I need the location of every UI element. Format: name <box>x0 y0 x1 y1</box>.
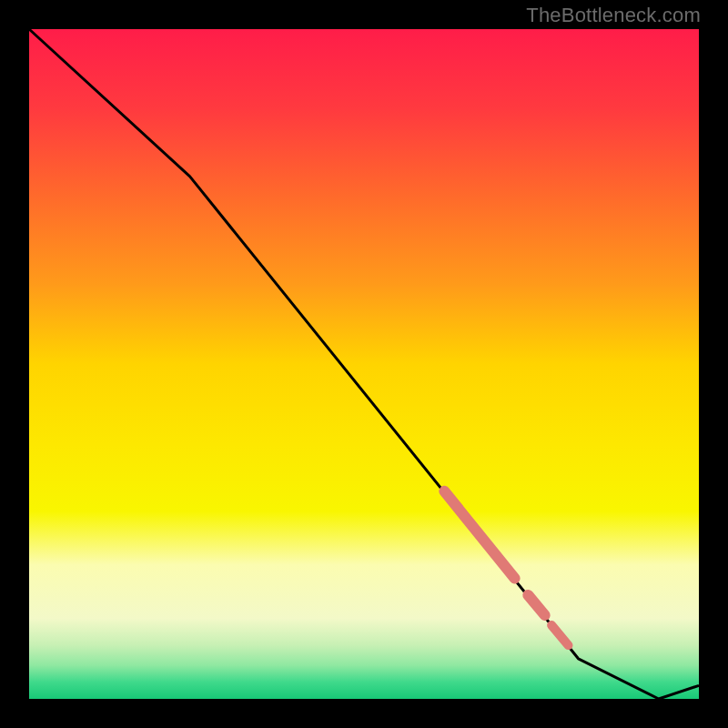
chart-frame: TheBottleneck.com <box>0 0 728 728</box>
highlight-segment-2 <box>551 625 568 645</box>
bottleneck-curve <box>29 29 699 699</box>
highlight-segment-0 <box>444 491 514 579</box>
highlight-segment-1 <box>528 595 544 615</box>
watermark-text: TheBottleneck.com <box>526 4 701 27</box>
chart-overlay <box>29 29 699 699</box>
